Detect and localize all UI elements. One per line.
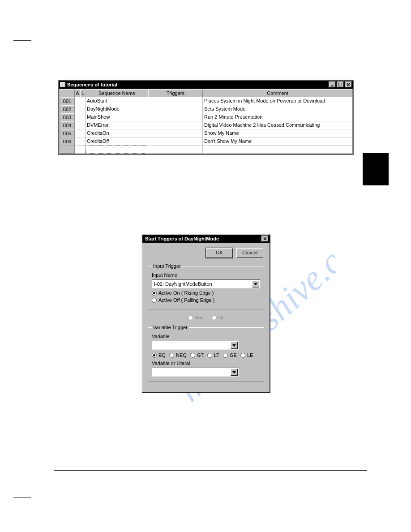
variable-trigger-group: Variable Trigger Variable EQ NEQ GT LT G… (148, 325, 264, 382)
ok-button[interactable]: OK (206, 248, 233, 258)
row-a (75, 121, 80, 129)
decor-line-bottom (13, 497, 31, 498)
maximize-button[interactable] (337, 82, 344, 88)
sequences-window: Sequences of tutorial A L Sequence Name … (58, 80, 354, 155)
row-a (75, 129, 80, 137)
sequences-grid[interactable]: A L Sequence Name Triggers Comment 001 A… (59, 89, 353, 154)
var-or-literal-field[interactable] (152, 368, 230, 376)
active-off-radio-row[interactable]: Active Off ( Falling Edge ) (152, 297, 260, 303)
row-a (75, 137, 80, 146)
col-header-comment[interactable]: Comment (203, 89, 352, 97)
sequences-title: Sequences of tutorial (67, 82, 329, 87)
chevron-down-icon (232, 343, 236, 347)
dropdown-button[interactable] (252, 280, 259, 287)
svg-marker-12 (254, 283, 257, 285)
and-or-row: And Or (147, 313, 265, 322)
close-button[interactable] (261, 236, 269, 242)
table-row[interactable]: 001 AutoStart Places System in Night Mod… (60, 97, 352, 105)
input-name-field[interactable] (152, 280, 252, 288)
row-l (80, 137, 86, 146)
row-comment[interactable] (203, 146, 352, 154)
table-row[interactable]: 005 CreditsOn Show My Name (60, 129, 352, 137)
row-l (80, 121, 86, 129)
col-header-num[interactable] (60, 89, 75, 97)
row-comment[interactable]: Sets System Mode (203, 105, 352, 113)
col-header-name[interactable]: Sequence Name (86, 89, 148, 97)
row-num: 005 (60, 129, 75, 137)
radio-le[interactable] (240, 353, 245, 358)
row-name[interactable]: AutoStart (86, 97, 148, 105)
dropdown-button[interactable] (231, 342, 238, 349)
table-row-new[interactable] (60, 146, 352, 154)
row-comment[interactable]: Don't Show My Name (203, 137, 352, 146)
col-header-a[interactable]: A (75, 89, 80, 97)
row-a (75, 97, 80, 105)
variable-combo[interactable] (152, 341, 239, 350)
table-row[interactable]: 006 CreditsOff Don't Show My Name (60, 137, 352, 146)
row-triggers[interactable] (148, 105, 203, 113)
row-num: 004 (60, 121, 75, 129)
input-name-combo[interactable] (152, 279, 260, 288)
page-margin-right (375, 0, 375, 532)
dropdown-button[interactable] (231, 369, 238, 376)
row-triggers[interactable] (148, 146, 203, 154)
chevron-down-icon (254, 282, 257, 286)
dialog-titlebar[interactable]: Start Triggers of DayNightMode (142, 235, 270, 243)
input-name-label: Input Name (152, 272, 260, 278)
active-off-label: Active Off ( Falling Edge ) (158, 297, 214, 303)
radio-active-on[interactable] (152, 291, 157, 296)
svg-rect-3 (63, 82, 64, 84)
row-triggers[interactable] (148, 113, 203, 121)
radio-gt[interactable] (190, 353, 195, 358)
row-triggers[interactable] (148, 129, 203, 137)
radio-neq[interactable] (169, 353, 174, 358)
table-row[interactable]: 003 MainShow Run 2 Minute Presentation (60, 113, 352, 121)
ge-label: GE (230, 352, 237, 358)
row-comment[interactable]: Run 2 Minute Presentation (203, 113, 352, 121)
row-name[interactable]: CreditsOff (86, 137, 148, 146)
row-name[interactable]: DayNightMode (86, 105, 148, 113)
radio-ge[interactable] (223, 353, 228, 358)
grid-body: 001 AutoStart Places System in Night Mod… (60, 97, 352, 154)
col-header-triggers[interactable]: Triggers (148, 89, 203, 97)
cancel-button[interactable]: Cancel (236, 248, 263, 258)
variable-label: Variable (152, 334, 260, 339)
row-l (80, 97, 86, 105)
sequences-titlebar[interactable]: Sequences of tutorial (59, 81, 353, 89)
row-l (80, 113, 86, 121)
table-row[interactable]: 004 DVMError Digital Video Machine 2 Has… (60, 121, 352, 129)
row-name[interactable]: MainShow (86, 113, 148, 121)
row-triggers[interactable] (148, 121, 203, 129)
col-header-l[interactable]: L (80, 89, 86, 97)
row-comment[interactable]: Show My Name (203, 129, 352, 137)
row-triggers[interactable] (148, 97, 203, 105)
svg-marker-14 (232, 371, 236, 373)
variable-field[interactable] (152, 341, 230, 349)
input-trigger-legend: Input Trigger (152, 263, 182, 269)
row-name[interactable]: DVMError (86, 121, 148, 129)
svg-marker-13 (232, 344, 236, 347)
row-l (80, 146, 86, 154)
var-or-literal-label: Variable or Literal (152, 360, 260, 366)
radio-lt[interactable] (207, 353, 212, 358)
minimize-button[interactable] (329, 82, 336, 88)
row-name[interactable]: CreditsOn (86, 129, 148, 137)
row-num: 006 (60, 137, 75, 146)
table-row[interactable]: 002 DayNightMode Sets System Mode (60, 105, 352, 113)
start-triggers-dialog: Start Triggers of DayNightMode OK Cancel… (141, 234, 270, 393)
row-comment[interactable]: Places System in Night Mode on Powerup o… (203, 97, 352, 105)
radio-or (212, 315, 217, 320)
and-label: And (195, 315, 204, 320)
radio-eq[interactable] (152, 353, 157, 358)
row-l (80, 105, 86, 113)
row-a (75, 113, 80, 121)
radio-active-off[interactable] (152, 298, 157, 303)
row-name-editing[interactable] (86, 146, 148, 154)
var-or-literal-combo[interactable] (152, 368, 239, 377)
row-comment[interactable]: Digital Video Machine 2 Has Ceased Commu… (203, 121, 352, 129)
active-on-radio-row[interactable]: Active On ( Rising Edge ) (152, 290, 260, 296)
svg-rect-2 (60, 82, 62, 84)
lt-label: LT (214, 352, 219, 358)
close-button[interactable] (345, 82, 352, 88)
row-triggers[interactable] (148, 137, 203, 146)
